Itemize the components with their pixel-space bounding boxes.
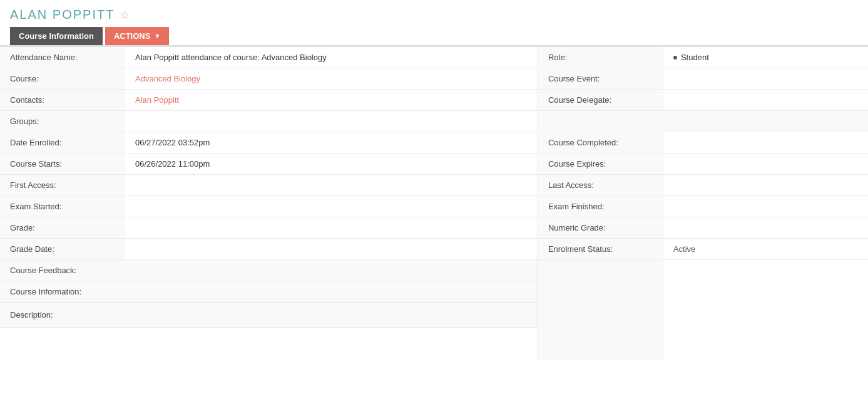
course-feedback-value [125,260,538,281]
table-row: Description: [0,303,538,328]
contacts-label: Contacts: [0,90,125,111]
course-value[interactable]: Advanced Biology [125,68,538,90]
role-value: Student [663,47,868,68]
attendance-name-value: Alan Poppitt attendance of course: Advan… [125,47,538,68]
table-row: Grade: [0,217,538,239]
course-expires-label: Course Expires: [538,154,663,175]
table-row: Enrolment Status: Active [538,239,868,260]
table-row: Course Delegate: [538,90,868,111]
star-icon[interactable]: ☆ [120,8,130,22]
exam-started-value [125,196,538,217]
exam-started-label: Exam Started: [0,196,125,217]
table-row-spacer [538,111,868,132]
table-row-spacer2 [538,260,868,360]
date-enrolled-label: Date Enrolled: [0,132,125,154]
table-row: Groups: [0,111,538,132]
table-row: Course Starts: 06/26/2022 11:00pm [0,154,538,175]
numeric-grade-label: Numeric Grade: [538,217,663,239]
course-label: Course: [0,68,125,90]
table-row: First Access: [0,175,538,196]
table-row: Numeric Grade: [538,217,868,239]
groups-value [125,111,538,132]
date-enrolled-value: 06/27/2022 03:52pm [125,132,538,154]
table-row: Course Event: [538,68,868,90]
table-row: Course: Advanced Biology [0,68,538,90]
course-information-label: Course Information: [0,281,125,303]
course-event-label: Course Event: [538,68,663,90]
description-label: Description: [0,303,125,328]
numeric-grade-value [663,217,868,239]
table-row: Grade Date: [0,239,538,260]
course-starts-value: 06/26/2022 11:00pm [125,154,538,175]
table-row: Course Information: [0,281,538,303]
grade-date-label: Grade Date: [0,239,125,260]
table-row: Role: Student [538,47,868,68]
course-completed-label: Course Completed: [538,132,663,154]
last-access-label: Last Access: [538,175,663,196]
table-row: Exam Finished: [538,196,868,217]
bullet-dot [673,56,677,60]
course-event-value [663,68,868,90]
actions-dropdown-arrow: ▼ [154,33,160,39]
course-delegate-value [663,90,868,111]
attendance-name-label: Attendance Name: [0,47,125,68]
exam-finished-label: Exam Finished: [538,196,663,217]
groups-label: Groups: [0,111,125,132]
description-value [125,303,538,328]
table-row: Course Completed: [538,132,868,154]
grade-value [125,217,538,239]
page-title: ALAN POPPITT [10,8,115,22]
table-row: Course Feedback: [0,260,538,281]
enrolment-status-label: Enrolment Status: [538,239,663,260]
table-row: Course Expires: [538,154,868,175]
first-access-value [125,175,538,196]
tab-course-information[interactable]: Course Information [10,27,103,45]
table-row: Exam Started: [0,196,538,217]
table-row: Date Enrolled: 06/27/2022 03:52pm [0,132,538,154]
grade-label: Grade: [0,217,125,239]
first-access-label: First Access: [0,175,125,196]
enrolment-status-value: Active [663,239,868,260]
table-row: Attendance Name: Alan Poppitt attendance… [0,47,538,68]
table-row: Last Access: [538,175,868,196]
course-completed-value [663,132,868,154]
course-delegate-label: Course Delegate: [538,90,663,111]
grade-date-value [125,239,538,260]
last-access-value [663,175,868,196]
contacts-value[interactable]: Alan Poppitt [125,90,538,111]
table-row: Contacts: Alan Poppitt [0,90,538,111]
course-expires-value [663,154,868,175]
role-label: Role: [538,47,663,68]
tab-actions[interactable]: ACTIONS ▼ [105,27,169,45]
course-starts-label: Course Starts: [0,154,125,175]
exam-finished-value [663,196,868,217]
course-feedback-label: Course Feedback: [0,260,125,281]
course-information-value [125,281,538,303]
